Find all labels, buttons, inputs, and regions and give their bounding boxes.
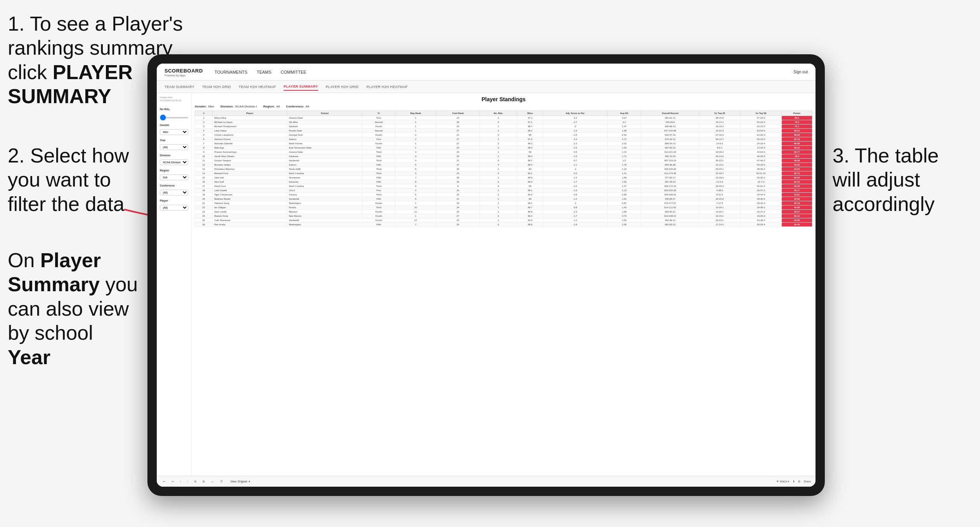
- cell-no-rds: 0: [480, 223, 517, 227]
- cell-player[interactable]: Jack Lundin: [213, 210, 287, 214]
- cell-player[interactable]: Christo Lamprecht: [213, 133, 287, 137]
- table-row[interactable]: 26 Petr Hruby Washington Fifth 7 25 0 68…: [195, 223, 812, 227]
- sub-nav-team-summary[interactable]: TEAM SUMMARY: [164, 83, 194, 90]
- copy-button[interactable]: ⧉: [193, 479, 198, 484]
- forward-button[interactable]: ›: [185, 479, 189, 484]
- redo-button[interactable]: ↪: [170, 479, 175, 484]
- paste-button[interactable]: ⊞: [201, 479, 206, 484]
- cell-player[interactable]: Bastien Amat: [213, 214, 287, 218]
- sign-out-link[interactable]: Sign out: [793, 70, 808, 74]
- cell-avg-sg: 1.71: [607, 154, 641, 159]
- cell-wins: 68.3: [517, 146, 543, 150]
- no-rds-slider[interactable]: [160, 117, 188, 118]
- dash-button[interactable]: —: [210, 479, 215, 484]
- table-row[interactable]: 12 Brendan Valdes Auburn Fifth 5 37 4 68…: [195, 163, 812, 167]
- cell-record: 412-221-24: [641, 150, 699, 154]
- cell-player[interactable]: Jake Hall: [213, 176, 287, 180]
- filter-conference-label: Conference:: [286, 105, 304, 108]
- undo-button[interactable]: ↩: [161, 479, 167, 484]
- table-row[interactable]: 25 Cole Sherwood Vanderbilt Fourth 12 23…: [195, 218, 812, 223]
- cell-player[interactable]: Brendan Valdes: [213, 163, 287, 167]
- cell-player[interactable]: Wenyi Ding: [213, 116, 287, 120]
- table-row[interactable]: 15 Jake Hall Tennessee Fifth 7 28 1 68.5…: [195, 176, 812, 180]
- table-row[interactable]: 13 Phichaksn Maichon Texas A&M Third 6 3…: [195, 167, 812, 171]
- sub-nav-team-h2h-heatmap[interactable]: TEAM H2H HEATMAP: [239, 83, 276, 90]
- table-row[interactable]: 8 Mats Ege East Tennessee State Fifth 1 …: [195, 146, 812, 150]
- cell-player[interactable]: Michael Thorbjornsen: [213, 124, 287, 129]
- cell-vs25: 19-39-2: [699, 150, 740, 154]
- sub-nav-player-h2h-grid[interactable]: PLAYER H2H GRID: [326, 83, 359, 90]
- nav-tournaments[interactable]: TOURNAMENTS: [215, 68, 248, 76]
- table-row[interactable]: 20 Matthew Riedel Vanderbilt Fifth 5 21 …: [195, 197, 812, 201]
- cell-player[interactable]: Michael La Sasso: [213, 120, 287, 124]
- view-dropdown-icon[interactable]: ▾: [249, 480, 250, 483]
- bottom-toolbar: ↩ ↪ ‹ › ⧉ ⊞ — ⏱ View: Original ▾ 👁 Watch…: [157, 476, 816, 487]
- table-row[interactable]: 18 Luke Powell UCLA First 4 24 1 68.1 -1…: [195, 188, 812, 193]
- cell-player[interactable]: Phichaksn Maichon: [213, 167, 287, 171]
- table-row[interactable]: 23 Jack Lundin Missouri Fourth 11 24 1 6…: [195, 210, 812, 214]
- table-row[interactable]: 5 Christo Lamprecht Georgia Tech Fourth …: [195, 133, 812, 137]
- table-row[interactable]: 19 Tiger Christensen Arizona Third 5 23 …: [195, 193, 812, 197]
- table-row[interactable]: 10 Jacob Skov Olesen Arkansas Fifth 3 25…: [195, 154, 812, 159]
- table-row[interactable]: 22 Ian Gilligan Florida Third 10 24 1 68…: [195, 206, 812, 210]
- filter-region-label: Region:: [263, 105, 275, 108]
- nav-committee[interactable]: COMMITTEE: [281, 68, 306, 76]
- cell-player[interactable]: Ian Gilligan: [213, 206, 287, 210]
- cell-player[interactable]: Nicholas Gabriele: [213, 142, 287, 146]
- cell-player[interactable]: Jacob Skov Olesen: [213, 154, 287, 159]
- cell-player[interactable]: Matthew Riedel: [213, 197, 287, 201]
- cell-vs50: 47-40-3: [740, 159, 781, 163]
- view-selector[interactable]: View: Original ▾: [230, 480, 250, 483]
- cell-player[interactable]: Mats Ege: [213, 146, 287, 150]
- back-button[interactable]: ‹: [178, 479, 182, 484]
- grid-button[interactable]: ⊞: [798, 480, 800, 483]
- cell-player[interactable]: Preston Summerhays: [213, 150, 287, 154]
- cell-player[interactable]: Luke Powell: [213, 188, 287, 193]
- table-row[interactable]: 1 Wenyi Ding Arizona State First 1 15 1 …: [195, 116, 812, 120]
- year-label: Year: [160, 139, 188, 142]
- cell-player[interactable]: Cole Sherwood: [213, 218, 287, 223]
- cell-no-rds: 1: [480, 176, 517, 180]
- sub-nav-team-h2h-grid[interactable]: TEAM H2H GRID: [202, 83, 231, 90]
- cell-player[interactable]: Maxwell Ford: [213, 171, 287, 176]
- cell-vs50: 10-7-3: [740, 180, 781, 184]
- cell-avg-sg: 1.47: [607, 184, 641, 188]
- table-row[interactable]: 3 Michael Thorbjornsen Stanford Fourth 1…: [195, 124, 812, 129]
- region-select[interactable]: N/A All: [160, 175, 188, 180]
- export-button[interactable]: ⬆: [793, 480, 795, 483]
- sub-nav-player-h2h-heatmap[interactable]: PLAYER H2H HEATMAP: [366, 83, 407, 90]
- table-row[interactable]: 4 Luke Claton Florida State Second 1 27 …: [195, 129, 812, 133]
- cell-player[interactable]: David Ford: [213, 184, 287, 188]
- watch-button[interactable]: 👁 Watch ▾: [776, 480, 790, 483]
- cell-reg-rank: 12: [395, 218, 436, 223]
- division-select[interactable]: NCAA Division I NCAA Division II NCAA Di…: [160, 159, 188, 165]
- table-row[interactable]: 11 Gordon Sargent Vanderbilt Third 4 21 …: [195, 159, 812, 163]
- table-row[interactable]: 24 Bastien Amat New Mexico Fourth 1 27 2…: [195, 214, 812, 218]
- table-row[interactable]: 14 Maxwell Ford North Carolina Third 3 2…: [195, 171, 812, 176]
- table-row[interactable]: 16 Alex Goff Kentucky Fifth 8 19 0 68.3 …: [195, 180, 812, 184]
- cell-wins: 68.7: [517, 206, 543, 210]
- table-row[interactable]: 17 David Ford North Carolina Third 9 8 0…: [195, 184, 812, 188]
- cell-avg-sg: 1.66: [607, 176, 641, 180]
- cell-player[interactable]: Alex Goff: [213, 180, 287, 184]
- clock-button[interactable]: ⏱: [218, 479, 224, 484]
- cell-player[interactable]: Jackson Koivun: [213, 137, 287, 142]
- table-row[interactable]: 9 Preston Summerhays Arizona State Third…: [195, 150, 812, 154]
- sub-nav-player-summary[interactable]: PLAYER SUMMARY: [284, 83, 318, 91]
- cell-player[interactable]: Gordon Sargent: [213, 159, 287, 163]
- header-right: Sign out: [793, 70, 808, 74]
- table-row[interactable]: 6 Jackson Koivun Auburn First 2 27 2 67.…: [195, 137, 812, 142]
- gender-select[interactable]: Men Women: [160, 129, 188, 135]
- table-row[interactable]: 2 Michael La Sasso Ole Miss Second 1 18 …: [195, 120, 812, 124]
- nav-teams[interactable]: TEAMS: [257, 68, 272, 76]
- cell-player[interactable]: Petr Hruby: [213, 223, 287, 227]
- player-select[interactable]: (All): [160, 205, 188, 211]
- table-row[interactable]: 21 Taehoon Song Washington Fourth 1 23 1…: [195, 201, 812, 206]
- year-select[interactable]: (All) First Second Third Fourth Fifth: [160, 144, 188, 150]
- table-row[interactable]: 7 Nicholas Gabriele North Florida Fourth…: [195, 142, 812, 146]
- share-button[interactable]: Share: [803, 480, 811, 483]
- cell-player[interactable]: Luke Claton: [213, 129, 287, 133]
- cell-player[interactable]: Tiger Christensen: [213, 193, 287, 197]
- cell-player[interactable]: Taehoon Song: [213, 201, 287, 206]
- conference-select[interactable]: (All): [160, 190, 188, 195]
